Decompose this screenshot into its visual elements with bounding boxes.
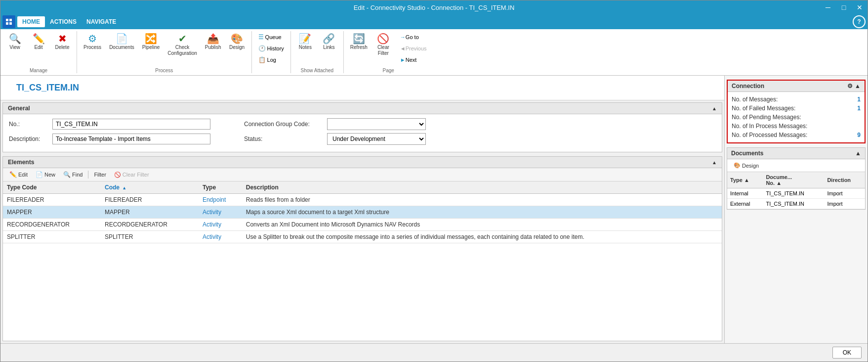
doc-type-sort: ▲ <box>744 177 749 183</box>
links-icon: 🔗 <box>323 34 335 44</box>
elements-find-icon: 🔍 <box>63 171 71 178</box>
cell-code: MAPPER <box>101 206 199 219</box>
menu-home[interactable]: HOME <box>17 16 45 27</box>
ok-button[interactable]: OK <box>832 347 862 359</box>
doc-direction-cell: Import <box>824 188 865 199</box>
minimize-button[interactable]: ─ <box>820 0 836 14</box>
elements-find-btn[interactable]: 🔍 Find <box>60 170 86 180</box>
doc-row[interactable]: External TI_CS_ITEM.IN Import <box>727 199 865 209</box>
col-type-code[interactable]: Type Code <box>3 181 101 194</box>
elements-edit-btn[interactable]: ✏️ Edit <box>6 170 31 180</box>
next-icon: ► <box>400 57 406 63</box>
elements-section-header[interactable]: Elements ▲ <box>3 157 722 168</box>
history-button[interactable]: 🕐 History <box>255 44 288 53</box>
doc-col-no[interactable]: Docume...No. ▲ <box>763 172 824 188</box>
edit-button[interactable]: ✏️ Edit <box>27 31 50 53</box>
menu-navigate[interactable]: NAVIGATE <box>82 16 121 27</box>
manage-group-label: Manage <box>30 66 47 73</box>
doc-row[interactable]: Internal TI_CS_ITEM.IN Import <box>727 188 865 199</box>
edit-label: Edit <box>34 45 42 50</box>
maximize-button[interactable]: □ <box>836 0 852 14</box>
links-label: Links <box>323 45 334 50</box>
app-logo[interactable] <box>2 15 15 28</box>
messages-value[interactable]: 1 <box>857 96 861 103</box>
elements-filter-btn[interactable]: Filter <box>90 170 109 179</box>
status-select[interactable]: Under Development <box>327 133 426 145</box>
notes-label: Notes <box>299 45 312 50</box>
clear-filter-ribbon-label: ClearFilter <box>377 45 389 56</box>
documents-button[interactable]: 📄 Documents <box>106 31 138 53</box>
cell-type-code: FILEREADER <box>3 194 101 206</box>
failed-value[interactable]: 1 <box>857 105 861 112</box>
col-description[interactable]: Description <box>242 181 722 194</box>
no-label: No.: <box>9 121 48 128</box>
general-section-body: No.: Connection Group Code: Description: <box>3 114 722 152</box>
status-row: Status: Under Development <box>244 133 426 145</box>
process-label: Process <box>83 45 101 50</box>
toolbar-sep-1 <box>88 171 88 179</box>
documents-collapse-icon[interactable]: ▲ <box>855 150 861 157</box>
process-button[interactable]: ⚙ Process <box>80 31 105 53</box>
delete-button[interactable]: ✖ Delete <box>51 31 74 53</box>
no-input[interactable] <box>52 119 210 130</box>
links-button[interactable]: 🔗 Links <box>318 31 340 53</box>
previous-icon: ◄ <box>400 45 406 51</box>
pipeline-button[interactable]: 🔀 Pipeline <box>139 31 164 53</box>
refresh-button[interactable]: 🔄 Refresh <box>347 31 371 53</box>
col-code[interactable]: Code ▲ <box>101 181 199 194</box>
elements-new-btn[interactable]: 📄 New <box>32 170 59 180</box>
elements-table-head: Type Code Code ▲ Type Description <box>3 181 722 194</box>
clear-filter-ribbon-button[interactable]: 🚫 ClearFilter <box>372 31 395 59</box>
general-collapse-btn[interactable]: ▲ <box>712 106 717 111</box>
menu-bar: HOME ACTIONS NAVIGATE ? <box>0 14 868 29</box>
table-row[interactable]: FILEREADER FILEREADER Endpoint Reads fil… <box>3 194 722 206</box>
doc-col-type[interactable]: Type ▲ <box>727 172 763 188</box>
next-label: Next <box>406 57 417 63</box>
queue-button[interactable]: ☰ Queue <box>255 32 288 42</box>
process-buttons: ⚙ Process 📄 Documents 🔀 Pipeline ✔ Check… <box>80 31 248 66</box>
desc-input[interactable] <box>52 134 210 144</box>
connection-panel-title: Connection <box>732 83 764 90</box>
view-button[interactable]: 🔍 View <box>3 31 26 53</box>
notes-button[interactable]: 📝 Notes <box>294 31 317 53</box>
help-button[interactable]: ? <box>853 15 866 28</box>
col-type[interactable]: Type <box>199 181 242 194</box>
processed-value[interactable]: 9 <box>857 132 861 138</box>
no-row: No.: Connection Group Code: <box>9 118 716 130</box>
design-ribbon-label: Design <box>229 45 245 50</box>
general-section-label: General <box>8 105 30 112</box>
history-label: History <box>267 45 284 51</box>
queue-icon: ☰ <box>258 34 264 41</box>
ribbon-group-logs: ☰ Queue 🕐 History 📋 Log <box>252 31 291 73</box>
doc-toolbar: 🎨 Design <box>727 159 865 172</box>
cell-description: Maps a source Xml document to a target X… <box>242 206 722 219</box>
svg-rect-1 <box>9 19 12 21</box>
design-doc-button[interactable]: 🎨 Design <box>730 161 862 170</box>
table-row[interactable]: SPLITTER SPLITTER Activity Use a Splitte… <box>3 231 722 243</box>
conn-group-select[interactable] <box>327 118 426 130</box>
general-section-header[interactable]: General ▲ <box>3 103 722 114</box>
elements-clear-filter-btn[interactable]: 🚫 Clear Filter <box>111 170 153 180</box>
documents-label: Documents <box>109 45 134 50</box>
close-button[interactable]: ✕ <box>852 0 868 14</box>
check-config-button[interactable]: ✔ CheckConfiguration <box>164 31 200 59</box>
menu-actions[interactable]: ACTIONS <box>45 16 82 27</box>
doc-col-direction[interactable]: Direction <box>824 172 865 188</box>
next-button[interactable]: ► Next <box>397 55 430 64</box>
connection-settings-icon[interactable]: ⚙ <box>847 83 853 90</box>
design-ribbon-button[interactable]: 🎨 Design <box>226 31 248 53</box>
page-buttons: 🔄 Refresh 🚫 ClearFilter <box>347 31 395 59</box>
previous-button[interactable]: ◄ Previous <box>397 44 430 53</box>
table-row[interactable]: MAPPER MAPPER Activity Maps a source Xml… <box>3 206 722 219</box>
connection-collapse-icon[interactable]: ▲ <box>855 83 861 90</box>
log-label: Log <box>267 57 276 63</box>
ribbon-group-process: ⚙ Process 📄 Documents 🔀 Pipeline ✔ Check… <box>77 31 252 73</box>
elements-clear-filter-label: Clear Filter <box>123 172 149 178</box>
table-row[interactable]: RECORDGENERATOR RECORDGENERATOR Activity… <box>3 219 722 231</box>
publish-button[interactable]: 📤 Publish <box>202 31 225 53</box>
elements-edit-label: Edit <box>18 172 28 178</box>
goto-button[interactable]: → Go to <box>397 33 430 42</box>
elements-collapse-btn[interactable]: ▲ <box>712 160 717 165</box>
log-button[interactable]: 📋 Log <box>255 55 288 65</box>
elements-header-row: Type Code Code ▲ Type Description <box>3 181 722 194</box>
